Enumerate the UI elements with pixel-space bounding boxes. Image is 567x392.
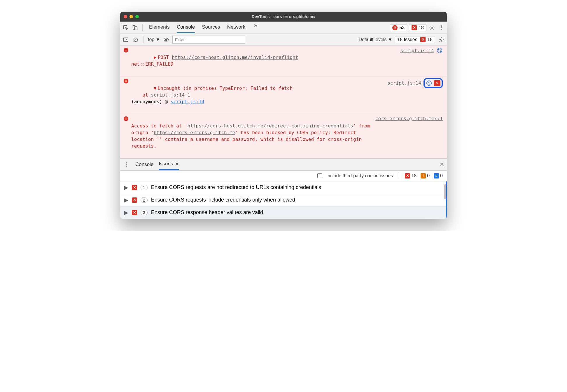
- error-icon: ✕: [124, 48, 128, 52]
- clear-console-icon[interactable]: [132, 36, 139, 43]
- svg-point-14: [427, 81, 432, 86]
- count-value: 0: [440, 173, 443, 178]
- device-toggle-icon[interactable]: [131, 24, 139, 32]
- svg-point-13: [437, 48, 442, 53]
- count-value: 18: [411, 173, 416, 178]
- issue-row[interactable]: ▶ ✕ 3 Ensure CORS response header values…: [120, 206, 446, 219]
- titlebar: DevTools - cors-errors.glitch.me/: [120, 12, 447, 22]
- cors-text: Access to fetch at ': [131, 123, 188, 129]
- issue-count-badge: 3: [141, 210, 148, 215]
- console-output: ✕ ▶POST https://cors-host.glitch.me/inva…: [120, 46, 447, 158]
- svg-rect-7: [124, 38, 128, 41]
- svg-rect-2: [134, 26, 137, 30]
- stack-link[interactable]: script.js:14: [171, 99, 204, 104]
- scrollbar-thumb[interactable]: [444, 184, 446, 199]
- more-tabs-icon[interactable]: »: [252, 22, 259, 33]
- close-drawer-icon[interactable]: ✕: [440, 161, 444, 168]
- context-label: top: [148, 37, 154, 42]
- inspect-icon[interactable]: [122, 24, 130, 32]
- stack-anonymous: (anonymous) @: [131, 99, 171, 104]
- source-location[interactable]: script.js:14: [400, 48, 434, 53]
- error-count-pill[interactable]: ✕ 53: [390, 24, 407, 31]
- context-selector[interactable]: top ▼: [148, 37, 160, 42]
- svg-line-10: [134, 38, 137, 41]
- console-error-row: ✕ ▼Uncaught (in promise) TypeError: Fail…: [120, 76, 447, 114]
- stack-link[interactable]: script.js:14:1: [151, 92, 190, 98]
- divider: [399, 172, 399, 179]
- window-title: DevTools - cors-errors.glitch.me/: [120, 14, 447, 19]
- maximize-window-button[interactable]: [135, 15, 139, 18]
- issues-list: ▶ ✕ 1 Ensure CORS requests are not redir…: [120, 181, 447, 219]
- net-error: net::ERR_FAILED: [131, 61, 174, 67]
- svg-point-15: [126, 162, 127, 163]
- console-settings-icon[interactable]: [438, 36, 445, 43]
- drawer-tab-console[interactable]: Console: [135, 159, 153, 170]
- issue-icon: ✕: [412, 25, 417, 30]
- issues-summary-pill[interactable]: 18 Issues: ✕ 18: [395, 36, 435, 43]
- svg-point-4: [441, 25, 442, 26]
- expand-icon[interactable]: ▶: [124, 197, 128, 203]
- issue-count-badge: 2: [141, 197, 148, 203]
- expand-icon[interactable]: ▶: [154, 54, 157, 61]
- close-tab-icon[interactable]: ✕: [175, 161, 179, 167]
- warning-issues-count[interactable]: ! 0: [421, 173, 430, 178]
- collapse-icon[interactable]: ▼: [154, 85, 157, 92]
- svg-point-11: [165, 38, 167, 41]
- issue-row[interactable]: ▶ ✕ 2 Ensure CORS requests include crede…: [120, 194, 446, 206]
- tab-network[interactable]: Network: [227, 22, 245, 33]
- issue-icon: ✕: [132, 185, 137, 190]
- source-location[interactable]: cors-errors.glitch.me/:1: [375, 116, 443, 121]
- sidebar-toggle-icon[interactable]: [122, 36, 130, 43]
- error-icon: ✕: [124, 116, 128, 121]
- drawer-tabs: Console Issues✕ ✕: [120, 158, 447, 171]
- annotation-highlight: ✕: [424, 78, 443, 88]
- checkbox-label: Include third-party cookie issues: [326, 173, 393, 178]
- svg-point-17: [126, 166, 127, 167]
- filter-input[interactable]: [172, 36, 245, 44]
- cors-url[interactable]: https://cors-host.glitch.me/redirect-con…: [188, 123, 353, 129]
- request-indicator-icon[interactable]: [426, 80, 432, 86]
- error-message: Uncaught (in promise) TypeError: Failed …: [158, 85, 293, 91]
- request-indicator-icon[interactable]: [436, 47, 443, 54]
- issue-icon: ✕: [132, 197, 137, 203]
- tab-console[interactable]: Console: [177, 22, 195, 33]
- issue-count-badge: 1: [141, 185, 148, 190]
- issue-count-pill[interactable]: ✕ 18: [409, 24, 426, 31]
- live-expression-icon[interactable]: [162, 36, 170, 43]
- expand-icon[interactable]: ▶: [124, 184, 128, 191]
- stack-at: at: [131, 92, 151, 98]
- tab-elements[interactable]: Elements: [149, 22, 170, 33]
- console-toolbar: top ▼ Default levels ▼ 18 Issues: ✕ 18: [120, 34, 447, 46]
- issues-badge-count: 18: [427, 37, 433, 42]
- console-error-row: ✕ ▶POST https://cors-host.glitch.me/inva…: [120, 46, 447, 76]
- request-url[interactable]: https://cors-host.glitch.me/invalid-pref…: [172, 55, 298, 60]
- issue-title: Ensure CORS response header values are v…: [151, 209, 263, 216]
- http-method: POST: [158, 55, 169, 60]
- issue-title: Ensure CORS requests are not redirected …: [151, 184, 321, 190]
- settings-icon[interactable]: [428, 24, 436, 32]
- kebab-menu-icon[interactable]: [438, 24, 445, 32]
- tab-sources[interactable]: Sources: [202, 22, 220, 33]
- info-icon: ≡: [434, 173, 439, 178]
- drawer-menu-icon[interactable]: [123, 161, 130, 168]
- issue-count: 18: [419, 25, 424, 30]
- drawer-tab-label: Issues: [159, 161, 173, 167]
- info-issues-count[interactable]: ≡ 0: [434, 173, 443, 178]
- console-error-row: ✕ Access to fetch at 'https://cors-host.…: [120, 114, 447, 158]
- close-window-button[interactable]: [124, 15, 127, 18]
- minimize-window-button[interactable]: [130, 15, 133, 18]
- issue-row[interactable]: ▶ ✕ 1 Ensure CORS requests are not redir…: [120, 181, 446, 194]
- source-location[interactable]: script.js:14: [387, 80, 421, 86]
- divider: [144, 36, 144, 43]
- cors-origin[interactable]: https://cors-errors.glitch.me: [154, 130, 235, 135]
- svg-point-16: [126, 164, 127, 165]
- third-party-checkbox[interactable]: [317, 173, 322, 178]
- expand-icon[interactable]: ▶: [124, 209, 128, 216]
- error-issues-count[interactable]: ✕ 18: [405, 173, 416, 178]
- log-levels-selector[interactable]: Default levels ▼: [358, 37, 392, 42]
- svg-point-5: [441, 27, 442, 28]
- drawer-tab-issues[interactable]: Issues✕: [159, 159, 178, 170]
- svg-point-6: [441, 29, 442, 30]
- count-value: 0: [427, 173, 430, 178]
- issue-icon[interactable]: ✕: [434, 80, 440, 86]
